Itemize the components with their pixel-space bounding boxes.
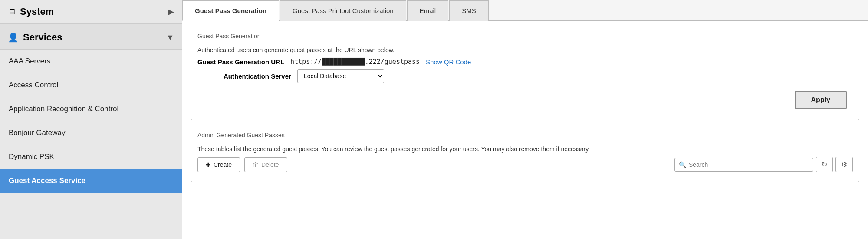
services-icon: 👤 (8, 32, 19, 43)
services-collapse-icon: ▼ (166, 33, 174, 42)
tab-sms[interactable]: SMS (449, 0, 489, 21)
tab-label: SMS (462, 7, 476, 14)
tab-guest-pass-printout[interactable]: Guest Pass Printout Customization (280, 0, 406, 21)
main-content: Guest Pass Generation Guest Pass Printou… (182, 0, 868, 239)
apply-row: Apply (197, 87, 853, 113)
tab-bar: Guest Pass Generation Guest Pass Printou… (182, 0, 868, 21)
auth-label: Authentication Server (224, 73, 291, 80)
admin-section-description: These tables list the generated guest pa… (197, 146, 853, 153)
sidebar-item-app-recognition[interactable]: Application Recognition & Control (0, 97, 182, 121)
auth-server-select[interactable]: Local Database Active Directory RADIUS (297, 69, 384, 83)
tab-email[interactable]: Email (407, 0, 449, 21)
system-expand-icon: ▶ (168, 7, 174, 17)
settings-button[interactable]: ⚙ (835, 157, 853, 172)
sidebar: 🖥 System ▶ 👤 Services ▼ AAA Servers Acce… (0, 0, 182, 239)
guest-pass-generation-section: Guest Pass Generation Authenticated user… (191, 29, 859, 120)
sidebar-item-dynamic-psk[interactable]: Dynamic PSK (0, 145, 182, 169)
sidebar-item-label: Application Recognition & Control (9, 105, 118, 113)
plus-icon: ✚ (206, 161, 211, 168)
tab-label: Guest Pass Printout Customization (293, 7, 394, 14)
search-input-wrapper: 🔍 (674, 158, 813, 172)
tab-label: Email (420, 7, 436, 14)
trash-icon: 🗑 (253, 161, 259, 168)
tab-label: Guest Pass Generation (195, 7, 266, 14)
refresh-button[interactable]: ↻ (816, 157, 833, 172)
delete-label: Delete (261, 161, 279, 168)
search-input[interactable] (674, 158, 813, 172)
sidebar-item-access-control[interactable]: Access Control (0, 73, 182, 97)
show-qr-code-link[interactable]: Show QR Code (426, 58, 471, 66)
sidebar-item-label: Bonjour Gateway (9, 129, 65, 137)
auth-row: Authentication Server Local Database Act… (224, 69, 853, 83)
section-description: Authenticated users can generate guest p… (197, 46, 853, 53)
apply-button[interactable]: Apply (795, 91, 847, 109)
sidebar-item-guest-access-service[interactable]: Guest Access Service (0, 169, 182, 193)
search-group: 🔍 ↻ ⚙ (674, 157, 853, 172)
sidebar-item-label: Dynamic PSK (9, 153, 54, 161)
section-content: Authenticated users can generate guest p… (191, 41, 859, 120)
search-icon: 🔍 (679, 161, 686, 168)
admin-section-content: These tables list the generated guest pa… (191, 140, 859, 182)
sidebar-item-bonjour-gateway[interactable]: Bonjour Gateway (0, 121, 182, 145)
services-label: Services (23, 32, 166, 43)
sidebar-item-aaa-servers[interactable]: AAA Servers (0, 50, 182, 73)
sidebar-item-label: AAA Servers (9, 57, 50, 65)
delete-button[interactable]: 🗑 Delete (244, 157, 287, 172)
admin-actions-row: ✚ Create 🗑 Delete 🔍 ↻ (197, 157, 853, 172)
refresh-icon: ↻ (822, 160, 827, 169)
system-icon: 🖥 (8, 7, 16, 17)
services-nav-header[interactable]: 👤 Services ▼ (0, 24, 182, 50)
admin-section-title: Admin Generated Guest Passes (191, 128, 859, 140)
tab-content: Guest Pass Generation Authenticated user… (182, 21, 868, 239)
create-label: Create (214, 161, 232, 168)
admin-guest-passes-section: Admin Generated Guest Passes These table… (191, 128, 859, 182)
sidebar-item-label: Guest Access Service (9, 176, 85, 185)
create-button[interactable]: ✚ Create (197, 157, 240, 172)
settings-icon: ⚙ (841, 160, 847, 169)
system-nav-item[interactable]: 🖥 System ▶ (0, 0, 182, 24)
url-label: Guest Pass Generation URL (197, 58, 284, 66)
sidebar-item-label: Access Control (9, 81, 58, 89)
tab-guest-pass-generation[interactable]: Guest Pass Generation (182, 0, 279, 21)
url-row: Guest Pass Generation URL https://██████… (197, 58, 853, 66)
system-label: System (20, 6, 168, 17)
section-title: Guest Pass Generation (191, 29, 859, 41)
url-value: https://███████████.222/guestpass (290, 58, 420, 66)
